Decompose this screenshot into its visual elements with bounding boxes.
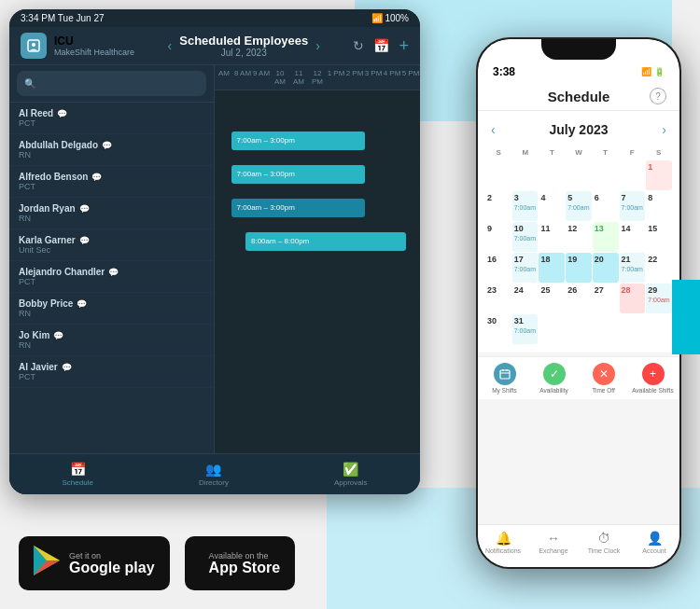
cal-next[interactable]: › bbox=[662, 122, 666, 137]
cal-cell[interactable]: 20 bbox=[593, 253, 619, 283]
cal-cell[interactable] bbox=[566, 314, 592, 344]
cal-cell[interactable]: 18 bbox=[539, 253, 565, 283]
nav-schedule[interactable]: 📅 Schedule bbox=[63, 462, 93, 487]
list-item[interactable]: Al Reed 💬 PCT bbox=[9, 103, 214, 134]
cal-cell[interactable]: 15 bbox=[646, 222, 672, 252]
phone-tab-timeclock[interactable]: ⏱ Time Clock bbox=[579, 531, 629, 554]
schedule-grid: AM 8 AM 9 AM 10 AM 11 AM 12 PM 1 PM 2 PM… bbox=[215, 65, 420, 466]
cal-cell[interactable]: 29 7:00am bbox=[646, 284, 672, 313]
shift-bar[interactable]: 8:00am – 8:00pm bbox=[245, 232, 406, 251]
schedule-rows: 7:00am – 3:00pm 7:00am – 3:00pm 7:00am –… bbox=[215, 90, 420, 393]
cal-cell[interactable] bbox=[593, 160, 619, 190]
cal-cell[interactable] bbox=[593, 314, 619, 344]
cal-cell[interactable]: 13 bbox=[593, 222, 619, 252]
phone-tab-notifications[interactable]: 🔔 Notifications bbox=[478, 531, 528, 554]
list-item[interactable]: Alfredo Benson 💬 PCT bbox=[9, 166, 214, 198]
cal-cell[interactable]: 4 bbox=[539, 191, 565, 221]
cal-cell[interactable]: 14 bbox=[620, 222, 646, 252]
nav-approvals[interactable]: ✅ Approvals bbox=[334, 462, 368, 487]
google-play-badge[interactable]: Get it on Google play bbox=[19, 536, 170, 590]
next-arrow[interactable]: › bbox=[315, 38, 320, 53]
list-item[interactable]: Karla Garner 💬 Unit Sec bbox=[9, 229, 214, 261]
time-off-tab[interactable]: ✕ Time Off bbox=[579, 363, 628, 394]
shift-bar[interactable]: 7:00am – 3:00pm bbox=[231, 199, 365, 217]
cal-cell[interactable]: 24 bbox=[512, 284, 539, 313]
cal-cell[interactable] bbox=[512, 160, 539, 190]
cal-cell[interactable] bbox=[539, 160, 565, 190]
shift-bar[interactable]: 7:00am – 3:00pm bbox=[231, 131, 365, 150]
cal-cell[interactable]: 6 bbox=[593, 191, 619, 221]
list-item[interactable]: Bobby Price 💬 RN bbox=[9, 293, 214, 325]
cal-cell[interactable]: 3 7:00am bbox=[512, 191, 539, 221]
cal-cell[interactable]: 28 bbox=[620, 284, 646, 313]
tablet-content: 🔍 Al Reed 💬 PCT Abdullah Delgado 💬 RN Al… bbox=[9, 65, 420, 466]
cal-cell[interactable] bbox=[539, 314, 565, 344]
cal-cell[interactable]: 5 7:00am bbox=[566, 191, 592, 221]
cal-cell[interactable]: 23 bbox=[485, 284, 511, 313]
cal-cell[interactable]: 9 bbox=[485, 222, 511, 252]
my-shifts-label: My Shifts bbox=[492, 387, 517, 394]
list-item[interactable]: Jo Kim 💬 RN bbox=[9, 325, 214, 356]
header-actions: ↻ 📅 + bbox=[353, 36, 409, 56]
shift-bar[interactable]: 7:00am – 3:00pm bbox=[231, 165, 365, 184]
phone-screen: 3:38 📶 🔋 Schedule ? ‹ July 2023 › S M T bbox=[478, 39, 679, 567]
search-bar[interactable]: 🔍 bbox=[9, 65, 214, 103]
cal-prev[interactable]: ‹ bbox=[491, 122, 496, 137]
exchange-icon: ↔ bbox=[547, 531, 560, 546]
table-row: 8:00am – 8:00pm bbox=[215, 225, 420, 258]
available-shifts-tab[interactable]: + Available Shifts bbox=[628, 363, 678, 394]
nav-directory[interactable]: 👥 Directory bbox=[199, 462, 229, 487]
cal-cell[interactable]: 11 bbox=[539, 222, 565, 252]
list-item[interactable]: Jordan Ryan 💬 RN bbox=[9, 198, 214, 229]
cal-cell[interactable] bbox=[566, 160, 592, 190]
cal-cell[interactable]: 7 7:00am bbox=[620, 191, 646, 221]
calendar-icon[interactable]: 📅 bbox=[373, 38, 389, 53]
table-row bbox=[215, 292, 420, 325]
cal-cell[interactable]: 25 bbox=[539, 284, 565, 313]
cal-cell[interactable]: 19 bbox=[566, 253, 592, 283]
list-item[interactable]: Alejandro Chandler 💬 PCT bbox=[9, 261, 214, 293]
cal-cell[interactable]: 21 7:00am bbox=[620, 253, 646, 283]
list-item[interactable]: Al Javier 💬 PCT bbox=[9, 356, 214, 388]
cal-week: 2 3 7:00am 4 5 7:00am 6 7 7:00am bbox=[485, 191, 672, 221]
account-icon: 👤 bbox=[647, 531, 663, 546]
my-shifts-icon bbox=[494, 363, 516, 385]
action-tabs: My Shifts ✓ Availability ✕ Time Off + Av… bbox=[478, 356, 679, 399]
cal-cell[interactable] bbox=[620, 160, 646, 190]
table-row bbox=[215, 90, 420, 124]
prev-arrow[interactable]: ‹ bbox=[168, 38, 173, 53]
cal-cell[interactable]: 2 bbox=[485, 191, 511, 221]
cal-cell[interactable]: 26 bbox=[566, 284, 592, 313]
my-shifts-tab[interactable]: My Shifts bbox=[480, 363, 529, 394]
cal-cell[interactable]: 16 bbox=[485, 253, 511, 283]
list-item[interactable]: Abdullah Delgado 💬 RN bbox=[9, 134, 214, 166]
cal-cell[interactable]: 30 bbox=[485, 314, 511, 344]
cal-cell[interactable]: 17 7:00am bbox=[512, 253, 539, 283]
google-play-icon bbox=[34, 546, 60, 581]
phone-tab-account[interactable]: 👤 Account bbox=[629, 531, 679, 554]
cal-cell[interactable] bbox=[646, 314, 672, 344]
svg-rect-2 bbox=[500, 370, 510, 379]
refresh-icon[interactable]: ↻ bbox=[353, 38, 364, 53]
table-row: 7:00am – 3:00pm bbox=[215, 191, 420, 225]
org-info: ICU MakeShift Healthcare bbox=[21, 33, 134, 59]
cal-cell[interactable]: 12 bbox=[566, 222, 592, 252]
cal-cell[interactable]: 10 7:00am bbox=[512, 222, 539, 252]
availability-tab[interactable]: ✓ Availability bbox=[529, 363, 579, 394]
message-icon: 💬 bbox=[62, 363, 72, 372]
cal-cell[interactable] bbox=[620, 314, 646, 344]
cal-cell[interactable]: 22 bbox=[646, 253, 672, 283]
cal-cell[interactable] bbox=[485, 160, 511, 190]
cal-cell[interactable]: 8 bbox=[646, 191, 672, 221]
help-button[interactable]: ? bbox=[650, 88, 666, 104]
search-input[interactable] bbox=[39, 75, 199, 92]
employee-list: 🔍 Al Reed 💬 PCT Abdullah Delgado 💬 RN Al… bbox=[9, 65, 215, 466]
app-store-badge[interactable]: Available on the App Store bbox=[185, 536, 295, 590]
table-row bbox=[215, 258, 420, 292]
cal-cell[interactable]: 27 bbox=[593, 284, 619, 313]
cal-cell[interactable]: 1 bbox=[646, 160, 672, 190]
add-icon[interactable]: + bbox=[399, 36, 409, 56]
cal-cell[interactable]: 31 7:00am bbox=[512, 314, 539, 344]
cyan-decoration bbox=[672, 280, 700, 354]
phone-tab-exchange[interactable]: ↔ Exchange bbox=[528, 531, 579, 554]
